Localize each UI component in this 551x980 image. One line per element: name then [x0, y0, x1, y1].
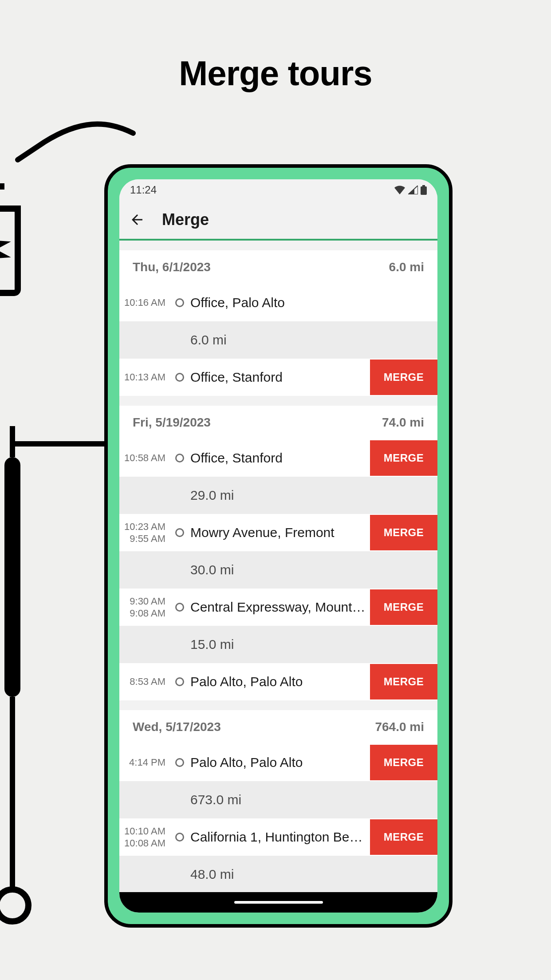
merge-button[interactable]: MERGE	[370, 745, 437, 780]
stop-dot-icon	[175, 758, 184, 767]
stop-dot-icon	[175, 298, 184, 307]
segment-distance: 673.0 mi	[190, 792, 241, 807]
stops-container: 10:58 AMOffice, StanfordMERGE29.0 mi10:2…	[119, 439, 437, 700]
stop-row: 10:16 AMOffice, Palo Alto	[119, 284, 437, 321]
stop-time: 8:53 AM	[119, 676, 169, 688]
stop-time: 10:16 AM	[119, 296, 169, 309]
stop-dot-col	[169, 454, 190, 462]
tour-list[interactable]: Thu, 6/1/20236.0 mi10:16 AMOffice, Palo …	[119, 241, 437, 892]
phone-frame: 11:24 Merge Thu, 6/1/20236.0 mi10:16 AMO…	[104, 164, 453, 928]
segment-row: 30.0 mi	[119, 551, 437, 589]
stop-time: 4:14 PM	[119, 756, 169, 769]
merge-button[interactable]: MERGE	[370, 440, 437, 476]
segment-row: 673.0 mi	[119, 781, 437, 818]
stop-dot-icon	[175, 528, 184, 537]
stop-dot-col	[169, 373, 190, 382]
stop-row: 10:23 AM9:55 AMMowry Avenue, FremontMERG…	[119, 514, 437, 551]
stop-dot-col	[169, 758, 190, 767]
stop-row: 10:58 AMOffice, StanfordMERGE	[119, 439, 437, 477]
stop-time: 10:10 AM10:08 AM	[119, 825, 169, 850]
segment-row: 29.0 mi	[119, 477, 437, 514]
day-group: Thu, 6/1/20236.0 mi10:16 AMOffice, Palo …	[119, 250, 437, 396]
segment-distance: 48.0 mi	[190, 867, 234, 882]
day-header: Thu, 6/1/20236.0 mi	[119, 250, 437, 284]
svg-rect-9	[422, 185, 425, 186]
stop-dot-icon	[175, 603, 184, 612]
stop-time: 10:58 AM	[119, 452, 169, 464]
segment-row: 48.0 mi	[119, 856, 437, 892]
merge-button[interactable]: MERGE	[370, 515, 437, 550]
stop-place: Office, Stanford	[190, 450, 370, 466]
app-bar: Merge	[119, 201, 437, 241]
stops-container: 4:14 PMPalo Alto, Palo AltoMERGE673.0 mi…	[119, 744, 437, 892]
day-total: 6.0 mi	[389, 260, 424, 274]
stop-time: 10:23 AM9:55 AM	[119, 521, 169, 545]
stop-dot-col	[169, 677, 190, 686]
stops-container: 10:16 AMOffice, Palo Alto6.0 mi10:13 AMO…	[119, 284, 437, 396]
segment-row: 15.0 mi	[119, 626, 437, 663]
day-total: 74.0 mi	[382, 415, 424, 430]
arrow-left-icon	[129, 212, 145, 228]
stop-row: 9:30 AM9:08 AMCentral Expressway, Mounta…	[119, 589, 437, 626]
wifi-icon	[394, 186, 405, 194]
stop-time: 10:13 AM	[119, 371, 169, 383]
merge-button[interactable]: MERGE	[370, 360, 437, 395]
stop-dot-icon	[175, 677, 184, 686]
day-date: Wed, 5/17/2023	[133, 720, 221, 734]
appbar-title: Merge	[162, 210, 209, 229]
stop-dot-col	[169, 603, 190, 612]
promo-title: Merge tours	[0, 53, 551, 94]
day-total: 764.0 mi	[375, 720, 424, 734]
segment-distance: 30.0 mi	[190, 562, 234, 577]
home-indicator[interactable]	[234, 901, 323, 904]
stop-place: Office, Stanford	[190, 370, 370, 385]
stop-row: 10:13 AMOffice, StanfordMERGE	[119, 359, 437, 396]
back-button[interactable]	[126, 208, 149, 231]
day-group: Wed, 5/17/2023764.0 mi4:14 PMPalo Alto, …	[119, 710, 437, 892]
day-header: Fri, 5/19/202374.0 mi	[119, 406, 437, 439]
signal-icon	[408, 186, 418, 194]
merge-button[interactable]: MERGE	[370, 819, 437, 855]
stop-dot-icon	[175, 833, 184, 842]
battery-icon	[421, 185, 427, 195]
stop-dot-icon	[175, 454, 184, 462]
segment-distance: 15.0 mi	[190, 637, 234, 652]
phone-screen: 11:24 Merge Thu, 6/1/20236.0 mi10:16 AMO…	[119, 179, 437, 913]
stop-place: Palo Alto, Palo Alto	[190, 674, 370, 689]
stop-place: Office, Palo Alto	[190, 295, 437, 310]
segment-distance: 6.0 mi	[190, 332, 227, 348]
stop-row: 4:14 PMPalo Alto, Palo AltoMERGE	[119, 744, 437, 781]
stop-dot-col	[169, 528, 190, 537]
svg-rect-3	[4, 457, 20, 697]
stop-place: Palo Alto, Palo Alto	[190, 755, 370, 770]
stop-place: California 1, Huntington Beach	[190, 830, 370, 845]
stop-place: Central Expressway, Mountain…	[190, 600, 370, 615]
svg-rect-8	[421, 186, 427, 195]
day-group: Fri, 5/19/202374.0 mi10:58 AMOffice, Sta…	[119, 406, 437, 700]
status-time: 11:24	[130, 184, 157, 196]
status-bar: 11:24	[119, 179, 437, 201]
day-date: Fri, 5/19/2023	[133, 415, 211, 430]
stop-place: Mowry Avenue, Fremont	[190, 525, 370, 540]
day-date: Thu, 6/1/2023	[133, 260, 211, 274]
day-header: Wed, 5/17/2023764.0 mi	[119, 710, 437, 744]
svg-point-7	[0, 889, 28, 921]
stop-row: 10:10 AM10:08 AMCalifornia 1, Huntington…	[119, 818, 437, 856]
stop-row: 8:53 AMPalo Alto, Palo AltoMERGE	[119, 663, 437, 700]
stop-dot-col	[169, 298, 190, 307]
merge-button[interactable]: MERGE	[370, 589, 437, 625]
segment-distance: 29.0 mi	[190, 488, 234, 503]
stop-time: 9:30 AM9:08 AM	[119, 595, 169, 620]
merge-button[interactable]: MERGE	[370, 664, 437, 699]
nav-bar	[119, 892, 437, 913]
stop-dot-col	[169, 833, 190, 842]
stop-dot-icon	[175, 373, 184, 382]
segment-row: 6.0 mi	[119, 321, 437, 359]
